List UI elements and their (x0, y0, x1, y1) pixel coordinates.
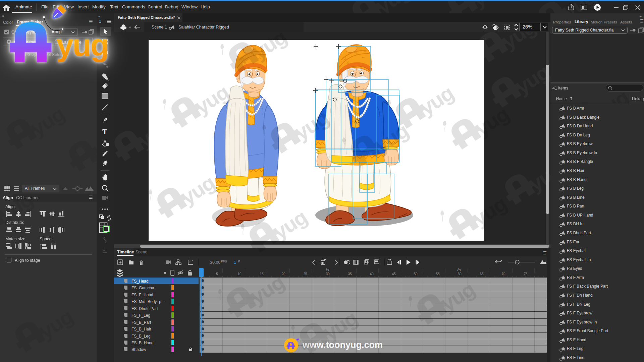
svg-text:1: 1 (234, 260, 236, 265)
svg-text:yug: yug (56, 28, 108, 62)
svg-text:30.00: 30.00 (210, 260, 220, 265)
svg-text:FPS: FPS (221, 260, 227, 263)
svg-text:T: T (102, 127, 107, 136)
svg-text:F: F (238, 260, 240, 263)
